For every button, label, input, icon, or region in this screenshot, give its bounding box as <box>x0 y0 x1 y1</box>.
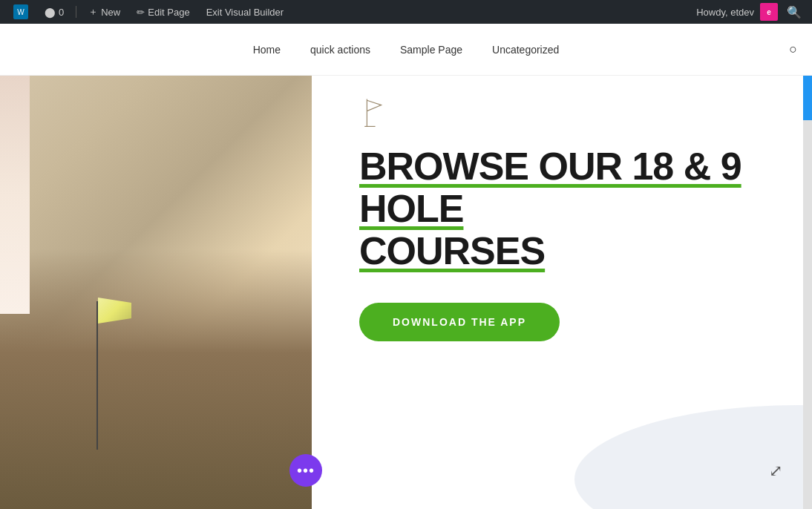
flag-icon <box>359 98 389 128</box>
edit-page-label: Edit Page <box>148 7 189 18</box>
edit-page-item[interactable]: ✏ Edit Page <box>131 0 195 24</box>
admin-bar-right: Howdy, etdev e 🔍 <box>696 2 805 22</box>
main-heading: BROWSE OUR 18 & 9 HOLE COURSES <box>359 145 745 273</box>
nav-search-icon[interactable]: ○ <box>789 42 797 57</box>
plus-icon: ＋ <box>88 5 98 19</box>
updates-icon: ⬤ <box>45 7 56 18</box>
scrollbar-track <box>803 76 812 509</box>
floating-dots-icon: ••• <box>297 462 315 479</box>
heading-line2: COURSES <box>359 229 545 272</box>
admin-bar-left: W ⬤ 0 ＋ New ✏ Edit Page Exit Visual Buil… <box>7 0 696 24</box>
golf-flag-pole <box>96 301 98 450</box>
nav-quick-actions[interactable]: quick actions <box>310 44 370 56</box>
admin-search-icon[interactable]: 🔍 <box>784 2 805 22</box>
content-card: BROWSE OUR 18 & 9 HOLE COURSES DOWNLOAD … <box>315 76 790 509</box>
background-image <box>0 76 312 509</box>
golf-flag-cloth <box>98 298 131 324</box>
sky-area <box>0 76 30 314</box>
updates-item[interactable]: ⬤ 0 <box>39 0 70 24</box>
download-app-button[interactable]: DOWNLOAD THE APP <box>359 303 560 341</box>
floating-menu-button[interactable]: ••• <box>289 454 322 487</box>
admin-bar: W ⬤ 0 ＋ New ✏ Edit Page Exit Visual Buil… <box>0 0 812 24</box>
updates-count: 0 <box>59 7 64 18</box>
pencil-icon: ✏ <box>137 7 145 18</box>
bottom-curve-decoration <box>574 405 812 509</box>
nav-home[interactable]: Home <box>253 44 281 56</box>
heading-line1: BROWSE OUR 18 & 9 HOLE <box>359 145 741 230</box>
move-cursor-icon[interactable]: ⤢ <box>769 462 782 481</box>
wordpress-icon: W <box>13 4 28 19</box>
user-avatar[interactable]: e <box>760 3 778 21</box>
howdy-text: Howdy, etdev <box>696 7 754 18</box>
exit-builder-label: Exit Visual Builder <box>206 7 284 18</box>
nav-uncategorized[interactable]: Uncategorized <box>492 44 559 56</box>
nav-sample-page[interactable]: Sample Page <box>400 44 462 56</box>
main-content: BROWSE OUR 18 & 9 HOLE COURSES DOWNLOAD … <box>0 76 812 509</box>
nav-links: Home quick actions Sample Page Uncategor… <box>253 44 560 56</box>
scrollbar-thumb[interactable] <box>803 76 812 120</box>
nav-bar: Home quick actions Sample Page Uncategor… <box>0 24 812 76</box>
new-label: New <box>101 7 120 18</box>
wp-logo-item[interactable]: W <box>7 0 34 24</box>
exit-builder-item[interactable]: Exit Visual Builder <box>200 0 290 24</box>
admin-divider-1 <box>76 6 76 18</box>
flag-icon-wrapper <box>359 98 745 131</box>
new-item[interactable]: ＋ New <box>82 0 126 24</box>
